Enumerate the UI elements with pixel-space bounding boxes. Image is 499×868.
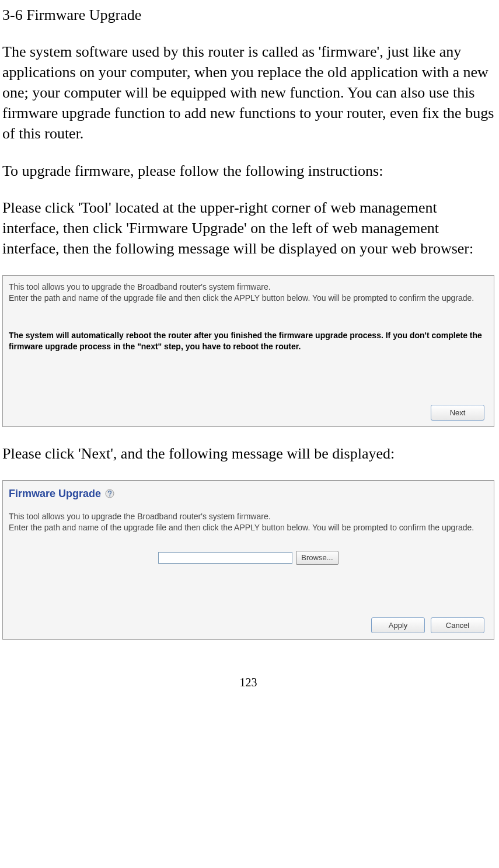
svg-point-1 — [109, 495, 110, 497]
paragraph-navigation-steps: Please click 'Tool' located at the upper… — [2, 197, 494, 259]
panel2-title: Firmware Upgrade — [9, 487, 488, 501]
next-button[interactable]: Next — [431, 405, 484, 421]
panel1-warning-text: The system will automatically reboot the… — [9, 330, 488, 352]
firmware-panel-step1: This tool allows you to upgrade the Broa… — [2, 275, 494, 427]
paragraph-click-next: Please click 'Next', and the following m… — [2, 443, 494, 464]
paragraph-intro: The system software used by this router … — [2, 41, 494, 144]
panel2-instruction-text: This tool allows you to upgrade the Broa… — [9, 511, 488, 533]
browse-button[interactable]: Browse... — [296, 551, 338, 565]
help-icon[interactable] — [105, 488, 114, 497]
apply-button[interactable]: Apply — [371, 617, 425, 634]
panel2-title-text: Firmware Upgrade — [9, 488, 101, 499]
cancel-button[interactable]: Cancel — [431, 617, 484, 634]
page-number: 123 — [2, 675, 494, 690]
file-upload-row: Browse... — [9, 551, 488, 565]
panel1-instruction-text: This tool allows you to upgrade the Broa… — [9, 282, 488, 304]
paragraph-instructions-lead: To upgrade firmware, please follow the f… — [2, 161, 494, 181]
firmware-file-input[interactable] — [158, 552, 292, 564]
firmware-panel-step2: Firmware Upgrade This tool allows you to… — [2, 480, 494, 640]
section-heading: 3-6 Firmware Upgrade — [2, 5, 494, 25]
panel2-button-row: Apply Cancel — [9, 617, 488, 634]
panel1-button-row: Next — [9, 405, 488, 421]
